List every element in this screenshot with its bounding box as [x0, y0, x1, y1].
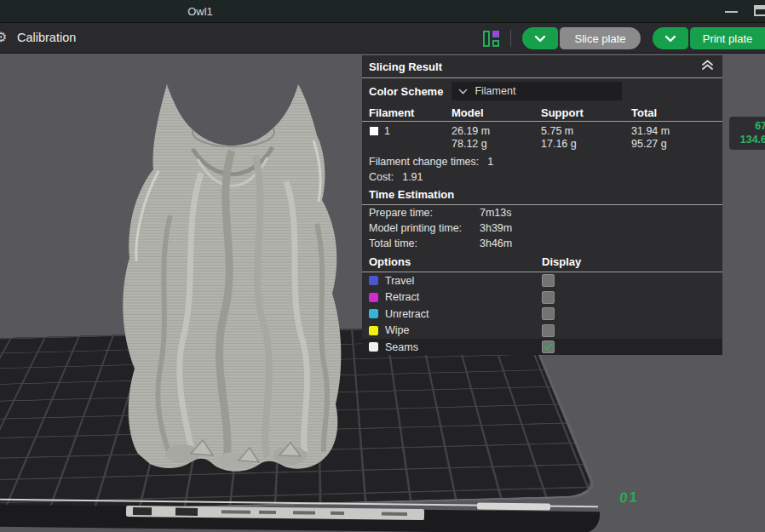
col-filament: Filament — [369, 106, 452, 119]
col-support: Support — [541, 106, 631, 119]
change-times-label: Filament change times: — [369, 156, 479, 168]
toolbar: ⚙ Calibration Slice plate Print plate — [0, 23, 765, 54]
support-length: 5.75 m — [541, 125, 631, 138]
col-model: Model — [452, 106, 541, 119]
slice-plate-split-button: Slice plate — [522, 27, 641, 49]
model-weight: 78.12 g — [452, 138, 541, 151]
change-times-value: 1 — [487, 156, 493, 168]
retract-color-swatch — [369, 293, 378, 302]
total-time-value: 3h46m — [480, 237, 722, 249]
total-time-row: Total time: 3h46m — [362, 236, 722, 251]
retract-display-checkbox[interactable] — [542, 291, 555, 304]
options-title: Options — [369, 255, 542, 268]
model-printing-time-value: 3h39m — [480, 222, 722, 234]
option-row-travel: Travel — [362, 272, 722, 289]
model-printing-time-label: Model printing time: — [369, 222, 480, 234]
layer-badge-line2: 134.60 — [735, 133, 765, 146]
panel-title: Slicing Result — [369, 60, 442, 73]
option-row-retract: Retract — [362, 289, 722, 306]
arrange-plate-icon[interactable] — [483, 31, 499, 47]
cost-label: Cost: — [369, 171, 394, 183]
travel-label: Travel — [385, 275, 414, 287]
plate-wipe-bar — [477, 502, 550, 510]
total-weight: 95.27 g — [631, 138, 722, 151]
col-total: Total — [631, 106, 722, 119]
travel-color-swatch — [369, 276, 378, 285]
slice-plate-button[interactable]: Slice plate — [560, 27, 641, 49]
restore-window-icon[interactable] — [754, 5, 765, 16]
filament-table-row: 1 26.19 m 78.12 g 5.75 m 17.16 g 31.94 m… — [362, 122, 722, 154]
prepare-time-label: Prepare time: — [369, 207, 480, 219]
total-time-label: Total time: — [369, 237, 480, 249]
tab-calibration[interactable]: Calibration — [17, 31, 76, 44]
print-plate-split-button: Print plate — [653, 27, 765, 49]
layer-badge-line1: 673 — [735, 119, 765, 133]
option-row-unretract: Unretract — [362, 306, 722, 323]
unretract-display-checkbox[interactable] — [542, 307, 555, 320]
collapse-panel-icon[interactable] — [701, 60, 714, 73]
unretract-color-swatch — [369, 309, 378, 318]
gear-icon: ⚙ — [0, 29, 7, 45]
wipe-color-swatch — [369, 326, 378, 335]
unretract-label: Unretract — [385, 308, 429, 320]
option-row-wipe: Wipe — [362, 323, 722, 340]
checkmark-icon — [544, 343, 553, 351]
owl-model[interactable] — [109, 69, 358, 476]
wipe-display-checkbox[interactable] — [542, 324, 555, 337]
prepare-time-row: Prepare time: 7m13s — [362, 205, 722, 220]
filament-id: 1 — [384, 125, 390, 138]
slice-dropdown-chevron-icon[interactable] — [522, 27, 558, 49]
filament-table-header: Filament Model Support Total — [362, 104, 722, 121]
minimize-icon[interactable] — [725, 11, 738, 13]
prepare-time-value: 7m13s — [480, 207, 722, 219]
cost-value: 1.91 — [402, 171, 423, 183]
print-plate-button[interactable]: Print plate — [690, 27, 765, 49]
display-header: Display — [542, 255, 722, 268]
slicing-result-panel: Slicing Result Color Scheme Filament Fil… — [362, 55, 722, 355]
toolbar-divider — [510, 30, 511, 47]
color-scheme-value: Filament — [475, 85, 515, 97]
plate-number-label: 01 — [618, 489, 639, 507]
total-length: 31.94 m — [631, 125, 722, 138]
color-scheme-label: Color Scheme — [369, 85, 443, 98]
layer-slider-badge: 673 134.60 — [729, 117, 765, 150]
retract-label: Retract — [385, 291, 419, 303]
seams-display-checkbox[interactable] — [542, 340, 555, 353]
print-dropdown-chevron-icon[interactable] — [653, 27, 688, 49]
time-estimation-title: Time Estimation — [362, 185, 722, 204]
option-row-seams: Seams — [362, 339, 722, 355]
seams-color-swatch — [369, 342, 378, 352]
wipe-label: Wipe — [385, 324, 409, 336]
model-printing-time-row: Model printing time: 3h39m — [362, 220, 722, 236]
filament-color-swatch — [370, 127, 378, 135]
support-weight: 17.16 g — [541, 138, 631, 151]
seams-label: Seams — [385, 341, 418, 353]
color-scheme-dropdown[interactable]: Filament — [452, 82, 622, 100]
chevron-down-icon — [458, 89, 468, 94]
model-length: 26.19 m — [452, 125, 541, 138]
travel-display-checkbox[interactable] — [542, 274, 555, 287]
project-title: Owl1 — [136, 5, 264, 18]
title-bar: Owl1 — [0, 0, 765, 23]
